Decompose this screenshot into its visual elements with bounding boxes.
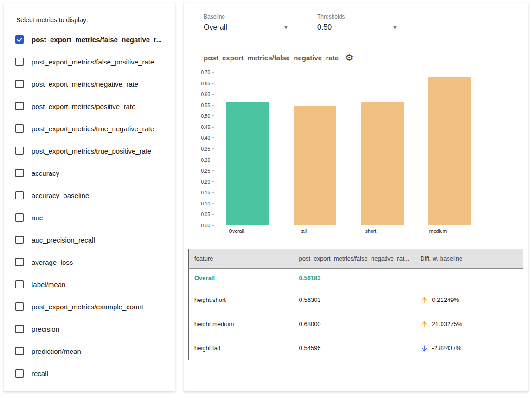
chart-title: post_export_metrics/false_negative_rate — [204, 54, 339, 62]
metric-item[interactable]: post_export_metrics/positive_rate — [15, 95, 164, 117]
diff-value: 21.03275% — [432, 320, 462, 327]
metric-label: recall — [32, 370, 48, 378]
metric-selector-title: Select metrics to display: — [16, 16, 164, 24]
feature-cell: height:short — [189, 288, 294, 312]
diff-cell: 21.03275% — [415, 312, 523, 336]
metric-item[interactable]: auc — [15, 206, 164, 229]
metric-item[interactable]: accuracy — [15, 162, 164, 184]
feature-cell: height:medium — [189, 312, 294, 336]
diff-value: 0.21249% — [432, 296, 459, 303]
metric-item[interactable]: post_export_metrics/false_negative_r... — [15, 28, 164, 51]
app-root: Select metrics to display: post_export_m… — [0, 0, 532, 397]
bar-tall[interactable] — [294, 106, 336, 225]
metric-label: post_export_metrics/true_positive_rate — [32, 147, 151, 155]
checkbox-unchecked-icon[interactable] — [15, 124, 24, 133]
y-tick-label: 0.15 — [201, 190, 210, 195]
results-panel: Baseline Overall ▼ Thresholds 0.50 ▼ pos… — [184, 3, 528, 391]
metrics-table-body: Overall0.56183height:short0.563030.21249… — [189, 269, 523, 360]
chevron-down-icon: ▼ — [392, 25, 397, 30]
y-tick-label: 0.40 — [201, 135, 210, 141]
diff-cell: -2.82437% — [415, 336, 523, 360]
value-cell: 0.56303 — [294, 288, 415, 312]
metric-label: post_export_metrics/negative_rate — [32, 80, 138, 88]
checkbox-unchecked-icon[interactable] — [15, 58, 24, 66]
checkbox-unchecked-icon[interactable] — [15, 325, 24, 333]
bar-Overall[interactable] — [226, 102, 269, 225]
checkbox-unchecked-icon[interactable] — [15, 369, 24, 378]
baseline-dropdown[interactable]: Overall ▼ — [204, 22, 289, 35]
metric-item[interactable]: post_export_metrics/true_positive_rate — [15, 140, 164, 162]
y-tick-label: 0.30 — [201, 157, 210, 162]
bar-short[interactable] — [361, 102, 404, 225]
checkbox-unchecked-icon[interactable] — [15, 191, 24, 199]
metric-item[interactable]: precision — [15, 318, 164, 340]
metrics-table-header-row: featurepost_export_metrics/false_negativ… — [189, 249, 523, 269]
up-arrow-icon — [420, 296, 429, 304]
metric-item[interactable]: post_export_metrics/true_negative_rate — [15, 117, 164, 140]
chart-header: post_export_metrics/false_negative_rate … — [204, 53, 528, 62]
metric-selector-panel: Select metrics to display: post_export_m… — [4, 3, 175, 391]
diff-indicator: 0.21249% — [420, 296, 517, 304]
table-row: height:tall0.54596-2.82437% — [189, 336, 523, 360]
table-header-cell: post_export_metrics/false_negative_rat..… — [294, 249, 415, 269]
bar-column — [214, 72, 282, 225]
metric-item[interactable]: average_loss — [15, 251, 164, 273]
y-tick-label: 0.45 — [201, 124, 210, 129]
up-arrow-icon — [420, 320, 429, 328]
bar-column — [416, 72, 483, 225]
metric-label: post_export_metrics/false_negative_r... — [32, 36, 162, 44]
metric-label: precision — [32, 325, 59, 333]
checkbox-unchecked-icon[interactable] — [15, 102, 24, 110]
y-tick-label: 0.50 — [201, 114, 210, 119]
y-tick-label: 0.60 — [201, 92, 210, 97]
y-tick-label: 0.25 — [201, 168, 210, 173]
metric-item[interactable]: prediction/mean — [15, 340, 164, 362]
metric-label: accuracy_baseline — [32, 192, 89, 199]
bar-medium[interactable] — [428, 77, 471, 225]
metric-label: accuracy — [32, 169, 59, 177]
checkbox-unchecked-icon[interactable] — [15, 236, 24, 244]
checkbox-checked-icon[interactable] — [15, 35, 24, 44]
metric-label: post_export_metrics/false_positive_rate — [32, 58, 154, 66]
metric-item[interactable]: accuracy_baseline — [15, 184, 164, 206]
checkbox-unchecked-icon[interactable] — [15, 169, 24, 177]
metric-label: post_export_metrics/positive_rate — [32, 102, 135, 110]
metric-item[interactable]: auc_precision_recall — [15, 229, 164, 251]
metric-label: auc_precision_recall — [32, 236, 95, 244]
metric-label: auc — [32, 214, 43, 222]
checkbox-unchecked-icon[interactable] — [15, 258, 24, 266]
metric-label: post_export_metrics/example_count — [32, 303, 143, 311]
feature-cell: height:tall — [189, 336, 294, 360]
y-tick-label: 0.00 — [201, 223, 210, 228]
metric-list: post_export_metrics/false_negative_r...p… — [15, 28, 164, 384]
y-tick-label: 0.70 — [201, 70, 210, 75]
baseline-control: Baseline Overall ▼ — [204, 13, 289, 35]
thresholds-control: Thresholds 0.50 ▼ — [317, 13, 398, 35]
metric-item[interactable]: label/mean — [15, 273, 164, 295]
checkbox-unchecked-icon[interactable] — [15, 147, 24, 155]
thresholds-label: Thresholds — [317, 13, 398, 20]
checkbox-unchecked-icon[interactable] — [15, 213, 24, 222]
x-tick-label: short — [337, 225, 404, 234]
plot-area — [214, 72, 483, 225]
y-tick-label: 0.10 — [201, 201, 210, 206]
thresholds-dropdown[interactable]: 0.50 ▼ — [317, 22, 398, 35]
table-row: height:short0.563030.21249% — [189, 288, 523, 312]
checkbox-unchecked-icon[interactable] — [15, 80, 24, 88]
checkbox-unchecked-icon[interactable] — [15, 280, 24, 288]
bar-column — [282, 72, 349, 225]
settings-gear-icon[interactable]: ⚙ — [345, 53, 353, 62]
chevron-down-icon: ▼ — [283, 25, 288, 30]
metric-item[interactable]: post_export_metrics/negative_rate — [15, 73, 164, 95]
metric-item[interactable]: post_export_metrics/false_positive_rate — [15, 51, 164, 73]
checkbox-unchecked-icon[interactable] — [15, 347, 24, 355]
metric-item[interactable]: recall — [15, 362, 164, 384]
value-cell: 0.54596 — [294, 336, 415, 360]
metrics-table: featurepost_export_metrics/false_negativ… — [188, 249, 523, 360]
x-axis: Overalltallshortmedium — [203, 225, 472, 234]
y-tick-label: 0.55 — [201, 102, 210, 108]
diff-value: -2.82437% — [432, 345, 461, 352]
x-tick-label: tall — [270, 225, 337, 234]
checkbox-unchecked-icon[interactable] — [15, 302, 24, 311]
metric-item[interactable]: post_export_metrics/example_count — [15, 295, 164, 318]
